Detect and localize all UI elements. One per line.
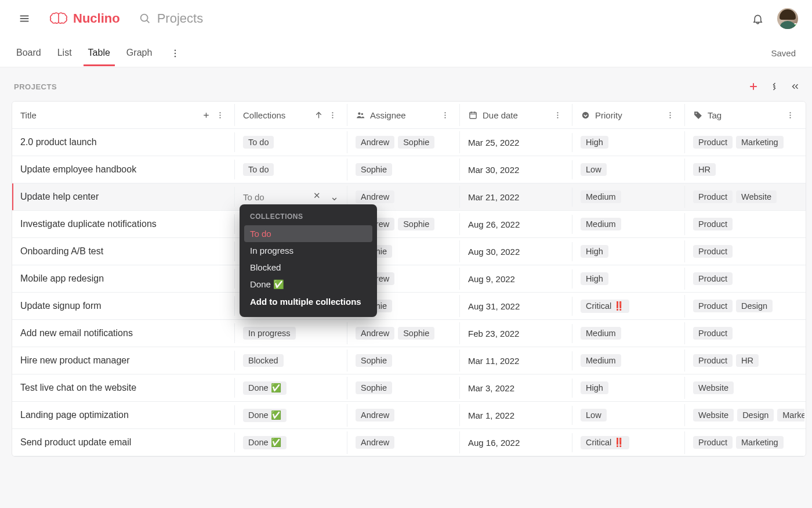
collection-chip[interactable]: In progress <box>243 327 296 340</box>
column-header-priority[interactable]: Priority <box>572 104 685 126</box>
search-field[interactable]: Projects <box>139 11 203 26</box>
priority-chip[interactable]: Medium <box>581 354 621 367</box>
assignee-chip[interactable]: Sophie <box>356 381 392 394</box>
cell-title[interactable]: Update signup form <box>12 296 235 316</box>
cell-collections[interactable]: Blocked <box>235 350 347 372</box>
collapse-panel-button[interactable] <box>786 78 804 95</box>
cell-title[interactable]: Landing page optimization <box>12 405 235 425</box>
column-menu-button[interactable] <box>551 109 564 121</box>
tag-chip[interactable]: Marketing <box>736 136 784 149</box>
tab-list[interactable]: List <box>57 41 72 66</box>
cell-title[interactable]: Add new email notifications <box>12 323 235 343</box>
cell-collections[interactable]: Done ✅ <box>235 431 347 454</box>
tag-chip[interactable]: HR <box>693 163 716 176</box>
notifications-button[interactable] <box>747 8 768 29</box>
priority-chip[interactable]: High <box>581 245 608 258</box>
add-item-button[interactable] <box>745 78 762 95</box>
brand-logo[interactable]: Nuclino <box>49 11 120 26</box>
cell-due-date[interactable]: Feb 23, 2022 <box>460 324 572 343</box>
cell-title[interactable]: Onboarding A/B test <box>12 242 235 261</box>
table-row[interactable]: Update help centerTo do✕⌄AndrewMar 21, 2… <box>12 183 806 211</box>
priority-chip[interactable]: Low <box>581 409 607 421</box>
priority-chip[interactable]: High <box>581 381 608 394</box>
cell-collections[interactable]: To do <box>235 158 347 181</box>
table-row[interactable]: Add new email notificationsIn progressAn… <box>12 320 806 347</box>
cell-priority[interactable]: Critical ‼️ <box>572 431 685 454</box>
table-row[interactable]: Test live chat on the websiteDone ✅Sophi… <box>12 374 806 402</box>
cell-tags[interactable]: WebsiteDesignMarketing <box>685 404 804 426</box>
cell-priority[interactable]: Medium <box>572 322 685 344</box>
assignee-chip[interactable]: Andrew <box>356 136 394 149</box>
assignee-chip[interactable]: Sophie <box>398 218 434 230</box>
cell-collections[interactable]: Done ✅ <box>235 377 347 399</box>
priority-chip[interactable]: High <box>581 272 608 285</box>
column-header-title[interactable]: Title <box>12 104 235 126</box>
cell-title[interactable]: Test live chat on the website <box>12 378 235 398</box>
priority-chip[interactable]: Medium <box>581 218 621 230</box>
priority-chip[interactable]: High <box>581 136 608 149</box>
tag-chip[interactable]: Product <box>693 436 733 449</box>
tag-chip[interactable]: Website <box>693 381 734 394</box>
column-menu-button[interactable] <box>784 109 796 121</box>
cell-priority[interactable]: High <box>572 240 685 262</box>
open-dropdown-button[interactable]: ⌄ <box>330 190 339 203</box>
column-menu-button[interactable] <box>438 109 451 121</box>
collection-chip[interactable]: Done ✅ <box>243 409 287 422</box>
cell-assignee[interactable]: Andrew <box>347 404 460 426</box>
assignee-chip[interactable]: Andrew <box>356 327 394 340</box>
assignee-chip[interactable]: Andrew <box>356 190 394 203</box>
cell-due-date[interactable]: Mar 30, 2022 <box>460 160 572 179</box>
cell-tags[interactable]: Website <box>685 377 804 399</box>
cell-due-date[interactable]: Mar 11, 2022 <box>460 351 572 370</box>
cell-priority[interactable]: High <box>572 268 685 290</box>
tag-chip[interactable]: Product <box>693 190 733 203</box>
cell-assignee[interactable]: Andrew <box>347 431 460 453</box>
cell-collections[interactable]: In progress <box>235 322 347 344</box>
more-views-button[interactable] <box>165 43 186 64</box>
cell-tags[interactable]: Product <box>685 213 804 235</box>
tag-chip[interactable]: Product <box>693 354 733 367</box>
priority-chip[interactable]: Low <box>581 163 607 176</box>
collection-chip[interactable]: Done ✅ <box>243 381 287 395</box>
tag-chip[interactable]: Marketing <box>736 436 784 449</box>
cell-assignee[interactable]: Sophie <box>347 377 460 399</box>
cell-priority[interactable]: Critical ‼️ <box>572 295 685 318</box>
tab-table[interactable]: Table <box>88 41 110 66</box>
table-row[interactable]: Hire new product managerBlockedSophieMar… <box>12 347 806 374</box>
tag-chip[interactable]: Product <box>693 245 733 258</box>
cell-assignee[interactable]: Sophie <box>347 158 460 181</box>
cell-due-date[interactable]: Aug 31, 2022 <box>460 297 572 316</box>
cell-due-date[interactable]: Mar 21, 2022 <box>460 188 572 207</box>
cell-title[interactable]: Send product update email <box>12 433 235 452</box>
column-menu-button[interactable] <box>213 109 226 121</box>
cell-priority[interactable]: High <box>572 131 685 153</box>
table-row[interactable]: Investigate duplicate notificationsTo do… <box>12 211 806 238</box>
column-header-due[interactable]: Due date <box>460 104 572 126</box>
tag-chip[interactable]: Product <box>693 218 733 230</box>
cell-due-date[interactable]: Aug 30, 2022 <box>460 242 572 261</box>
cell-tags[interactable]: HR <box>685 158 804 181</box>
tag-chip[interactable]: Design <box>737 409 774 421</box>
tag-chip[interactable]: Website <box>736 190 777 203</box>
cell-title[interactable]: Investigate duplicate notifications <box>12 214 235 234</box>
priority-chip[interactable]: Critical ‼️ <box>581 300 629 313</box>
tag-chip[interactable]: Website <box>693 409 734 421</box>
clear-selection-button[interactable]: ✕ <box>313 190 321 203</box>
tab-graph[interactable]: Graph <box>126 41 152 66</box>
sort-asc-button[interactable] <box>312 109 325 121</box>
cell-tags[interactable]: Product <box>685 268 804 290</box>
cell-due-date[interactable]: Mar 1, 2022 <box>460 406 572 425</box>
cell-priority[interactable]: Medium <box>572 350 685 372</box>
dropdown-option-todo[interactable]: To do <box>244 225 372 242</box>
assignee-chip[interactable]: Sophie <box>356 354 392 367</box>
column-menu-button[interactable] <box>664 109 676 121</box>
assignee-chip[interactable]: Sophie <box>356 163 392 176</box>
assignee-chip[interactable]: Sophie <box>398 136 434 149</box>
cell-due-date[interactable]: Mar 25, 2022 <box>460 133 572 152</box>
tag-chip[interactable]: Product <box>693 272 733 285</box>
user-avatar[interactable] <box>777 8 798 29</box>
cell-tags[interactable]: ProductMarketing <box>685 431 804 453</box>
table-row[interactable]: Update employee handbookTo doSophieMar 3… <box>12 156 806 183</box>
cell-due-date[interactable]: Aug 26, 2022 <box>460 215 572 234</box>
assignee-chip[interactable]: Andrew <box>356 436 394 449</box>
